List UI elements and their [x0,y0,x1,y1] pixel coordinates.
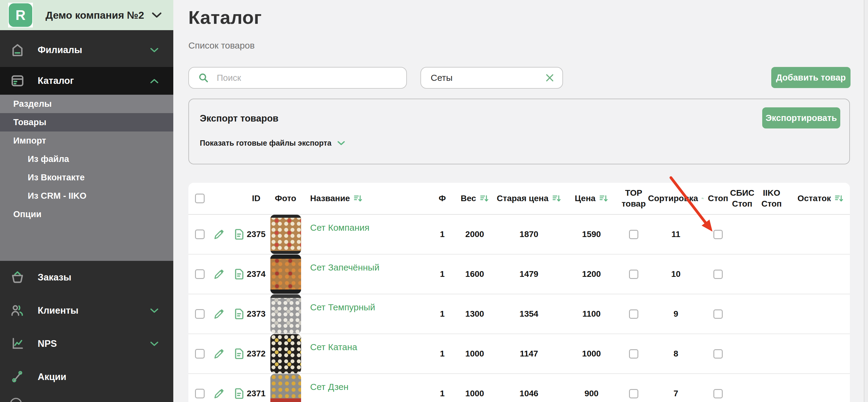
header-stop: Стоп [704,193,733,204]
header-iiko-stop: IIKO Стоп [752,188,791,209]
header-select-all [188,194,211,203]
percent-icon [8,368,27,386]
row-select-checkbox[interactable] [195,309,205,319]
sidebar-item-partial[interactable] [9,397,23,402]
stop-checkbox[interactable] [713,309,723,319]
stop-checkbox[interactable] [713,389,723,398]
top-checkbox[interactable] [629,230,638,239]
stop-checkbox[interactable] [713,230,723,239]
search-input[interactable] [217,73,399,83]
sidebar-item-label: Клиенты [38,305,150,316]
export-button[interactable]: Экспортировать [762,107,840,128]
table-body: 2375 Сет Компания 1 2000 1870 1590 11 23… [188,215,850,402]
product-name-link[interactable]: Сет Компания [310,223,370,233]
header-ostatok[interactable]: Остаток [791,193,850,204]
product-photo[interactable] [270,294,301,334]
stop-checkbox[interactable] [713,269,723,279]
sidebar-subitem-iz-fayla[interactable]: Из файла [0,150,173,168]
company-name: Демо компания №2 [45,9,152,21]
page-scrollbar[interactable] [864,0,868,402]
catalog-icon [8,71,27,90]
document-icon[interactable] [233,308,246,320]
product-name-link[interactable]: Сет Дзен [310,382,348,392]
edit-icon[interactable] [213,308,225,320]
row-select-checkbox[interactable] [195,349,205,358]
sidebar-item-klienty[interactable]: Клиенты [0,294,173,327]
header-sbis-stop: СБИС Стоп [733,188,752,209]
chevron-down-icon [337,141,345,146]
header-sort-order[interactable]: Сортировка [648,193,704,204]
header-price[interactable]: Цена [564,193,619,204]
header-old-price[interactable]: Старая цена [494,193,564,204]
document-icon[interactable] [233,387,246,400]
product-photo[interactable] [270,374,301,402]
sidebar-item-nps[interactable]: NPS [0,327,173,361]
search-box [188,67,407,89]
top-checkbox[interactable] [629,349,638,358]
cell-id: 2373 [247,309,265,319]
top-checkbox[interactable] [629,389,638,398]
header-weight[interactable]: Вес [455,193,494,204]
cell-id: 2375 [247,230,265,239]
sidebar-subitem-tovary[interactable]: Товары [0,113,173,132]
row-select-checkbox[interactable] [195,230,205,239]
row-select-checkbox[interactable] [195,389,205,398]
select-all-checkbox[interactable] [195,194,205,203]
edit-icon[interactable] [213,347,225,360]
document-icon[interactable] [233,268,246,281]
subitem-label: Разделы [13,99,52,109]
product-name-link[interactable]: Сет Запечённый [310,262,379,272]
header-id: ID [247,193,265,204]
document-icon[interactable] [233,347,246,360]
header-photo: Фото [265,193,306,204]
sort-icon[interactable] [552,195,561,202]
sidebar-item-zakazy[interactable]: Заказы [0,261,173,294]
sort-icon[interactable] [835,195,844,202]
sidebar-subitem-iz-crm-iiko[interactable]: Из CRM - IIKO [0,187,173,205]
row-select-checkbox[interactable] [195,269,205,279]
sort-icon[interactable] [599,195,608,202]
header-label: Старая цена [497,193,549,204]
add-product-button[interactable]: Добавить товар [771,67,850,88]
edit-icon[interactable] [213,228,225,241]
chevron-up-icon [150,78,159,84]
sort-icon[interactable] [353,195,363,202]
cell-price: 1100 [564,309,619,319]
sidebar-subitem-iz-vkontakte[interactable]: Из Вконтакте [0,168,173,187]
product-photo[interactable] [270,334,301,373]
header-name[interactable]: Название [306,193,430,204]
cell-id: 2372 [247,349,265,358]
product-photo[interactable] [270,215,301,254]
top-checkbox[interactable] [629,309,638,319]
table-row: 2373 Сет Темпурный 1 1300 1354 1100 9 [188,294,850,334]
sidebar-item-label: Каталог [38,76,150,86]
sidebar-item-catalog[interactable]: Каталог [0,67,173,95]
product-name-link[interactable]: Сет Катана [310,342,357,352]
sort-icon[interactable] [480,195,489,202]
export-toggle-label: Показать готовые файлы экспорта [200,139,332,147]
search-icon [198,72,209,84]
sidebar-subitem-razdely[interactable]: Разделы [0,95,173,113]
stop-checkbox[interactable] [713,349,723,358]
sidebar-subitem-import[interactable]: Импорт [0,132,173,150]
document-icon[interactable] [233,228,246,241]
top-checkbox[interactable] [629,269,638,279]
sort-icon[interactable] [702,195,704,202]
clear-filter-icon[interactable] [545,73,555,83]
edit-icon[interactable] [213,268,225,281]
company-switcher[interactable]: R Демо компания №2 [0,0,173,30]
product-name-link[interactable]: Сет Темпурный [310,302,375,312]
category-filter[interactable]: Сеты [421,67,563,89]
sidebar-subitem-opcii[interactable]: Опции [0,205,173,224]
export-files-toggle[interactable]: Показать готовые файлы экспорта [200,139,345,147]
globe-icon [9,397,23,402]
sidebar-item-filials[interactable]: Филиалы [0,33,173,67]
subitem-label: Опции [13,209,41,219]
sidebar-item-akcii[interactable]: Акции [0,361,173,394]
cell-old-price: 1046 [494,389,564,398]
edit-icon[interactable] [213,387,225,400]
home-icon [8,41,27,59]
product-photo[interactable] [270,255,301,294]
basket-icon [8,268,27,287]
cell-sort-order: 11 [648,230,704,239]
